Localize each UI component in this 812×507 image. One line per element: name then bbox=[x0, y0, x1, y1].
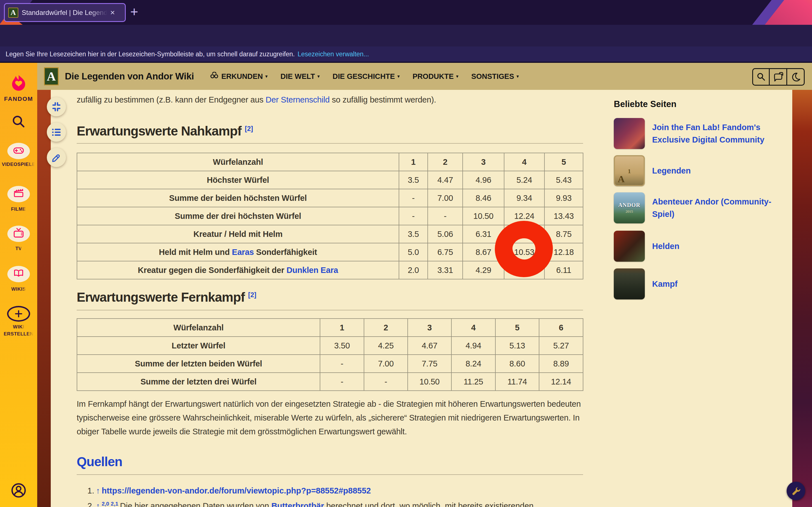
intro-paragraph: zufällig zu bestimmen (z.B. kann der End… bbox=[77, 95, 583, 105]
fernkampf-table: Würfelanzahl123456Letzter Würfel3.504.25… bbox=[77, 318, 583, 391]
nav-item-die-geschichte[interactable]: DIE GESCHICHTE▾ bbox=[333, 72, 400, 81]
nav-item-erkunden[interactable]: ERKUNDEN▾ bbox=[210, 72, 267, 81]
rail-item-label[interactable]: WIKIS bbox=[11, 286, 26, 292]
table-row: Kreatur / Held mit Helm3.55.066.318.75 bbox=[77, 225, 583, 243]
header-buttons bbox=[752, 68, 805, 86]
table-row: Höchster Würfel3.54.474.965.245.43 bbox=[77, 171, 583, 189]
ref-backlink[interactable]: 2,0 bbox=[102, 501, 111, 507]
tab-bar: A Standardwürfel | Die Legenden v × + bbox=[0, 0, 812, 25]
bookmarks-notification-bar: Legen Sie Ihre Lesezeichen hier in der L… bbox=[0, 47, 812, 63]
ref-backlink[interactable]: 2,1 bbox=[111, 501, 120, 507]
wiki-link[interactable]: Earas bbox=[232, 247, 254, 257]
reference-item: 2.↑2,02,1Die hier angegebenen Daten wurd… bbox=[87, 501, 583, 507]
divider bbox=[77, 310, 583, 311]
table-header-row: Würfelanzahl12345 bbox=[77, 153, 583, 171]
wiki-create-icon[interactable] bbox=[0, 306, 37, 322]
popular-page-link[interactable]: Legenden bbox=[652, 165, 790, 177]
rail-item-label[interactable]: VIDEOSPIELE bbox=[2, 162, 36, 167]
wiki-favicon-icon: A bbox=[8, 8, 18, 18]
popular-page-item[interactable]: Kampf bbox=[614, 269, 792, 299]
reference-link[interactable]: [2] bbox=[245, 125, 253, 132]
nav-item-sonstiges[interactable]: SONSTIGES▾ bbox=[471, 72, 519, 81]
browser-tab[interactable]: A Standardwürfel | Die Legenden v × bbox=[4, 3, 126, 22]
popular-page-item[interactable]: Join the Fan Lab! Fandom's Exclusive Dig… bbox=[614, 118, 792, 149]
browser-toolbar: https://die-legenden-von-andor.fandom.co… bbox=[0, 25, 812, 47]
thumb-fanlab[interactable] bbox=[614, 118, 645, 149]
chevron-down-icon: ▾ bbox=[516, 74, 519, 79]
wiki-search-button[interactable] bbox=[752, 68, 770, 86]
chevron-down-icon: ▾ bbox=[456, 74, 458, 79]
rail-item-label[interactable]: TV bbox=[15, 246, 22, 251]
popular-page-link[interactable]: Kampf bbox=[652, 278, 790, 290]
nav-item-die-welt[interactable]: DIE WELT▾ bbox=[281, 72, 320, 81]
discussions-button[interactable] bbox=[770, 68, 787, 86]
popular-page-link[interactable]: Helden bbox=[652, 240, 790, 252]
manage-bookmarks-link[interactable]: Lesezeichen verwalten... bbox=[297, 50, 369, 58]
browser-window: A Standardwürfel | Die Legenden v × + ht… bbox=[0, 0, 812, 507]
divider bbox=[77, 474, 583, 475]
fandom-sidebar: FANDOM VIDEOSPIELEFILMETVWIKIS WIKI ERST… bbox=[0, 63, 37, 507]
tab-title: Standardwürfel | Die Legenden v bbox=[22, 9, 109, 17]
popular-page-link[interactable]: Join the Fan Lab! Fandom's Exclusive Dig… bbox=[652, 121, 790, 146]
reference-item: 1.↑https://legenden-von-andor.de/forum/v… bbox=[87, 486, 371, 496]
fandom-flame-icon[interactable] bbox=[0, 74, 37, 93]
wiki-link[interactable]: Dunklen Eara bbox=[287, 266, 338, 275]
collapse-view-button[interactable] bbox=[47, 97, 66, 116]
rail-search-icon[interactable] bbox=[0, 114, 37, 130]
table-row: Kreatur gegen die Sonderfähigkeit der Du… bbox=[77, 261, 583, 279]
popular-page-link[interactable]: Abenteuer Andor (Community-Spiel) bbox=[652, 195, 790, 220]
ref-up-arrow[interactable]: ↑ bbox=[94, 501, 102, 507]
wiki-title[interactable]: Die Legenden von Andor Wiki bbox=[65, 71, 194, 82]
page-background-art bbox=[792, 90, 812, 507]
table-row: Held mit Helm und Earas Sonderfähigkeit5… bbox=[77, 243, 583, 261]
ref-up-arrow[interactable]: ↑ bbox=[94, 486, 102, 495]
nahkampf-heading: Erwartungswerte Nahkampf [2] bbox=[77, 123, 253, 138]
table-row: Summe der drei höchsten Würfel--10.5012.… bbox=[77, 207, 583, 225]
explore-icon bbox=[210, 72, 219, 81]
notification-text: Legen Sie Ihre Lesezeichen hier in der L… bbox=[6, 50, 295, 58]
sternenschild-link[interactable]: Der Sternenschild bbox=[266, 95, 329, 104]
nav-item-produkte[interactable]: PRODUKTE▾ bbox=[412, 72, 458, 81]
fernkampf-heading: Erwartungswerte Fernkampf [2] bbox=[77, 290, 256, 305]
reference-link[interactable]: [2] bbox=[248, 291, 256, 298]
rail-item-tv[interactable] bbox=[0, 226, 37, 242]
thumb-helden[interactable] bbox=[614, 231, 645, 262]
tab-close-icon[interactable]: × bbox=[110, 9, 115, 17]
new-tab-button[interactable]: + bbox=[130, 4, 138, 19]
thumb-abenteuer[interactable]: ANDOR2015 bbox=[614, 192, 645, 223]
nahkampf-table: Würfelanzahl12345Höchster Würfel3.54.474… bbox=[77, 153, 583, 279]
divider bbox=[77, 143, 583, 144]
thumb-legenden[interactable]: A1 bbox=[614, 155, 645, 186]
gamepad-icon bbox=[12, 145, 25, 157]
fandom-brand-label[interactable]: FANDOM bbox=[4, 96, 33, 102]
popular-page-item[interactable]: ANDOR2015Abenteuer Andor (Community-Spie… bbox=[614, 192, 792, 223]
rail-item-videospiele[interactable] bbox=[0, 143, 37, 159]
table-header-row: Würfelanzahl123456 bbox=[77, 319, 583, 337]
table-row: Letzter Würfel3.504.254.674.945.135.27 bbox=[77, 337, 583, 355]
wiki-header: A Die Legenden von Andor Wiki ERKUNDEN▾D… bbox=[37, 63, 812, 90]
wiki-nav: ERKUNDEN▾DIE WELT▾DIE GESCHICHTE▾PRODUKT… bbox=[210, 72, 519, 81]
account-icon[interactable] bbox=[0, 483, 37, 498]
chevron-down-icon: ▾ bbox=[398, 74, 400, 79]
thumb-kampf[interactable] bbox=[614, 269, 645, 299]
table-row: Summe der letzten beiden Würfel-7.007.75… bbox=[77, 355, 583, 373]
popular-pages-heading: Beliebte Seiten bbox=[614, 99, 676, 109]
rail-item-filme[interactable] bbox=[0, 186, 37, 202]
wiki-create-label[interactable]: WIKI bbox=[13, 324, 24, 330]
wiki-create-label[interactable]: ERSTELLEN bbox=[4, 331, 34, 337]
edit-pencil-button[interactable] bbox=[47, 148, 66, 167]
butterbrotbaer-link[interactable]: Butterbrotbär bbox=[271, 501, 324, 507]
popular-page-item[interactable]: A1Legenden bbox=[614, 155, 792, 186]
table-of-contents-button[interactable] bbox=[47, 122, 66, 142]
rail-item-wikis[interactable] bbox=[0, 266, 37, 282]
wiki-logo[interactable]: A bbox=[44, 67, 59, 86]
book-icon bbox=[12, 268, 25, 280]
quellen-heading: Quellen bbox=[77, 454, 122, 469]
dark-mode-moon-button[interactable] bbox=[787, 68, 805, 86]
rail-item-label[interactable]: FILME bbox=[11, 207, 26, 212]
popular-page-item[interactable]: Helden bbox=[614, 231, 792, 262]
wrench-tools-button[interactable] bbox=[786, 482, 805, 500]
table-row: Summe der beiden höchsten Würfel-7.008.4… bbox=[77, 189, 583, 207]
forum-link[interactable]: https://legenden-von-andor.de/forum/view… bbox=[102, 486, 371, 495]
tv-icon bbox=[12, 227, 25, 240]
